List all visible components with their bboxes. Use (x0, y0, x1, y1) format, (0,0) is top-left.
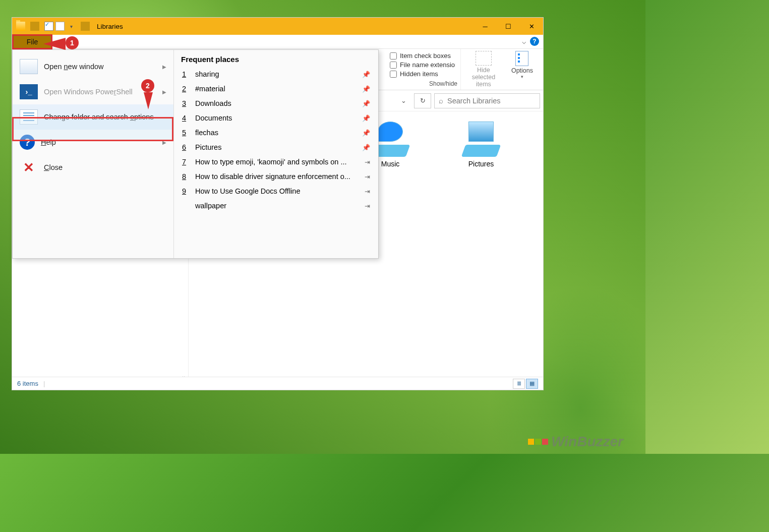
close-icon: ✕ (20, 160, 38, 175)
annotation-highlight-box (12, 117, 173, 141)
check-file-extensions[interactable]: File name extensions (390, 61, 455, 69)
pin-icon[interactable]: 📌 (362, 71, 370, 78)
titlebar[interactable]: ▾ Libraries ─ ☐ ✕ (12, 18, 543, 35)
check-item-checkboxes[interactable]: Item check boxes (390, 52, 455, 60)
pin-icon[interactable]: 📌 (362, 100, 370, 107)
options-button[interactable]: Options ▾ (506, 49, 538, 90)
quick-access-toolbar: ▾ (16, 22, 93, 31)
status-bar: 6 items | ≣ ▦ (12, 377, 543, 390)
place-label: Downloads (195, 99, 355, 107)
pin-icon[interactable]: 📌 (362, 144, 370, 151)
place-index: 2 (182, 85, 188, 93)
minimize-button[interactable]: ─ (474, 18, 497, 35)
close-button[interactable]: ✕ (520, 18, 543, 35)
window-icon (20, 59, 38, 74)
status-count: 6 items (17, 380, 38, 387)
view-large-icons-button[interactable]: ▦ (526, 379, 538, 389)
watermark-icon (528, 439, 548, 445)
qat-newfolder-icon[interactable] (55, 22, 65, 31)
place-index: 6 (182, 143, 188, 151)
place-label: sharing (195, 70, 355, 78)
ribbon-group-label: Show/hide (429, 80, 457, 87)
explorer-icon (16, 22, 25, 31)
pin-icon[interactable]: 📌 (362, 85, 370, 93)
recent-icon[interactable]: ⇥ (365, 173, 370, 181)
pin-icon[interactable]: 📌 (362, 129, 370, 137)
frequent-place-item[interactable]: 1sharing📌 (181, 67, 371, 81)
place-index: 7 (182, 158, 188, 166)
frequent-place-item[interactable]: 8How to disable driver signature enforce… (181, 169, 371, 184)
menu-open-new-window[interactable]: Open new window▶ (13, 54, 173, 79)
help-icon[interactable]: ? (530, 37, 539, 46)
menu-close[interactable]: ✕ Close (13, 155, 173, 180)
window-title: Libraries (97, 23, 123, 30)
place-index: 8 (182, 172, 188, 181)
frequent-place-item[interactable]: wallpaper⇥ (181, 198, 371, 213)
frequent-place-item[interactable]: 3Downloads📌 (181, 96, 371, 110)
place-label: How to type emoji, 'kaomoji' and symbols… (195, 158, 358, 166)
frequent-place-item[interactable]: 4Documents📌 (181, 110, 371, 125)
qat-dropdown-icon[interactable]: ▾ (67, 22, 76, 31)
place-label: wallpaper (195, 202, 358, 210)
ribbon-tabs: ⌵ ? (12, 35, 543, 49)
place-index: 5 (182, 129, 188, 137)
annotation-callout-2: 2 (141, 79, 154, 92)
search-input[interactable]: ⌕ Search Libraries (434, 93, 540, 108)
library-item-pictures[interactable]: Pictures (446, 122, 516, 168)
maximize-button[interactable]: ☐ (497, 18, 520, 35)
search-placeholder: Search Libraries (447, 97, 501, 105)
annotation-callout-1: 1 (66, 36, 79, 49)
frequent-places-header: Frequent places (181, 55, 371, 64)
divider (30, 22, 39, 31)
divider (81, 22, 90, 31)
frequent-place-item[interactable]: 2#material📌 (181, 81, 371, 96)
frequent-places-panel: Frequent places 1sharing📌2#material📌3Dow… (174, 50, 378, 258)
hide-selected-button[interactable]: Hide selected items (461, 49, 506, 90)
place-label: flechas (195, 129, 355, 137)
view-details-button[interactable]: ≣ (513, 379, 525, 389)
frequent-place-item[interactable]: 7How to type emoji, 'kaomoji' and symbol… (181, 154, 371, 169)
place-index: 3 (182, 99, 188, 107)
scroll-down-icon[interactable]: ⌄ (180, 373, 187, 377)
refresh-button[interactable]: ↻ (414, 93, 431, 108)
recent-icon[interactable]: ⇥ (365, 202, 370, 210)
search-icon: ⌕ (439, 97, 443, 105)
qat-properties-icon[interactable] (44, 22, 53, 31)
check-hidden-items[interactable]: Hidden items (390, 70, 455, 78)
place-label: How to disable driver signature enforcem… (195, 172, 358, 181)
file-menu: Open new window▶ ›_ Open Windows PowerSh… (12, 49, 379, 259)
frequent-place-item[interactable]: 9How to Use Google Docs Offline⇥ (181, 184, 371, 198)
watermark: WinBuzzer (528, 434, 623, 450)
powershell-icon: ›_ (20, 84, 38, 99)
place-index: 1 (182, 70, 188, 78)
recent-icon[interactable]: ⇥ (365, 158, 370, 166)
place-label: Documents (195, 114, 355, 122)
place-label: Pictures (195, 143, 355, 151)
addr-dropdown-icon[interactable]: ⌄ (396, 93, 411, 108)
place-label: #material (195, 85, 355, 93)
frequent-place-item[interactable]: 6Pictures📌 (181, 140, 371, 154)
place-label: How to Use Google Docs Offline (195, 187, 358, 195)
place-index: 4 (182, 114, 188, 122)
pin-icon[interactable]: 📌 (362, 114, 370, 122)
collapse-ribbon-icon[interactable]: ⌵ (522, 37, 526, 45)
place-index: 9 (182, 187, 188, 195)
recent-icon[interactable]: ⇥ (365, 188, 370, 195)
frequent-place-item[interactable]: 5flechas📌 (181, 125, 371, 140)
